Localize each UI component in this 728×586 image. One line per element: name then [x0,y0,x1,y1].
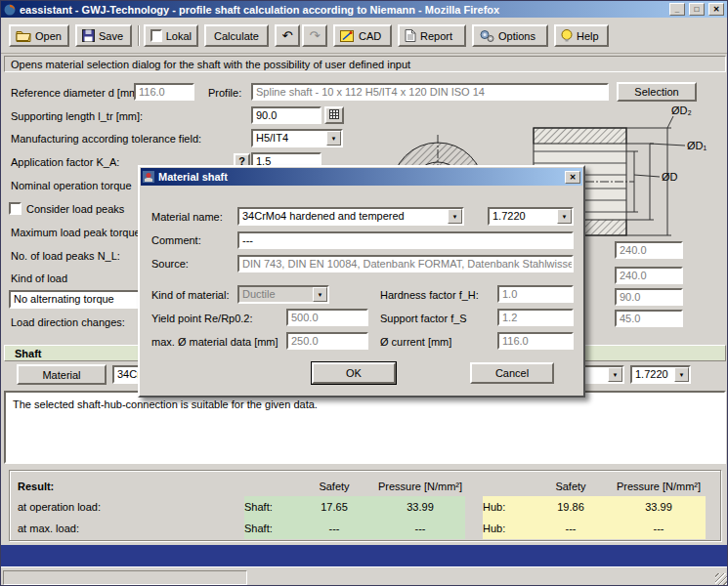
current-diameter-label: Ø current [mm] [380,336,451,349]
open-folder-icon [16,29,31,42]
chevron-down-icon[interactable]: ▼ [674,367,689,382]
shaft-section-title: Shaft [15,348,42,359]
row-label: at operation load: [18,496,244,518]
comment-field[interactable]: --- [237,231,574,249]
max-diameter-field[interactable]: 250.0 [286,332,368,350]
consider-load-peaks-checkbox[interactable] [9,202,21,215]
maximize-button[interactable]: □ [689,3,705,16]
lokal-toggle-button[interactable]: Lokal [144,24,198,47]
material-number-select[interactable]: 1.7220 ▼ [488,207,574,226]
cancel-button[interactable]: Cancel [470,362,554,384]
hardness-factor-label: Hardness factor f_H: [380,289,479,302]
options-button[interactable]: Options [472,24,548,47]
undo-icon: ↶ [282,28,293,43]
calculator-button[interactable] [324,106,344,124]
resize-grip[interactable] [715,573,728,586]
close-button[interactable]: ✕ [708,3,724,16]
open-button[interactable]: Open [9,24,69,47]
chevron-down-icon[interactable]: ▼ [608,367,622,382]
main-toolbar: Open Save Lokal Calculate ↶ ↷ CAD [1,18,728,54]
chevron-down-icon[interactable]: ▼ [326,131,341,146]
reference-diameter-label: Reference diameter d [mm]: [11,87,144,100]
options-label: Options [498,30,535,42]
footer-bar [1,545,728,566]
dialog-titlebar[interactable]: Material shaft ✕ [141,168,582,186]
calculate-button[interactable]: Calculate [204,24,269,47]
diameter-d-label: ØD [662,171,678,183]
firefox-icon [4,4,16,16]
chevron-down-icon[interactable]: ▼ [313,287,327,302]
hardness-factor-field[interactable]: 1.0 [497,285,574,303]
dialog-close-button[interactable]: ✕ [565,171,580,184]
result-header-row: Result: Safety Pressure [N/mm²] Safety P… [18,476,706,497]
source-field[interactable]: DIN 743, DIN EN 10084, Datenbank FORMAT,… [237,255,574,272]
material-button[interactable]: Material [17,364,107,385]
max-diameter-label: max. Ø material data [mm] [151,336,278,349]
tolerance-select[interactable]: H5/IT4 ▼ [251,129,343,147]
status-bar [1,566,728,586]
load-peaks-label: No. of load peaks N_L: [11,250,120,263]
reference-diameter-field[interactable]: 116.0 [134,83,194,101]
profile-label: Profile: [208,87,241,100]
kind-of-load-select[interactable]: No alternating torque ▼ [9,290,159,309]
hub-pressure-value: 33.99 [612,496,706,518]
supporting-length-label: Supporting length l_tr [mm]: [11,110,143,123]
report-document-icon [405,29,416,42]
kind-of-load-value: No alternating torque [11,292,157,306]
yield-point-field[interactable]: 500.0 [286,309,368,326]
lokal-checkbox[interactable] [150,29,162,42]
dialog-title: Material shaft [158,171,561,183]
minimize-button[interactable]: _ [669,3,685,16]
report-button[interactable]: Report [398,24,466,47]
material-shaft-dialog: Material shaft ✕ Material name: 34CrMo4 … [138,165,585,398]
save-button[interactable]: Save [75,24,132,47]
shaft-pressure-header: Pressure [N/mm²] [375,476,465,497]
shaft-pressure-value: --- [375,518,465,539]
hub-safety-value: 19.86 [530,496,612,518]
ok-button[interactable]: OK [312,362,396,384]
status-panel [3,570,247,585]
hub-safety-value: --- [530,518,612,539]
chevron-down-icon[interactable]: ▼ [557,209,572,224]
current-diameter-field[interactable]: 116.0 [497,332,574,350]
message-area[interactable]: The selected shaft-hub-connection is sui… [4,391,726,464]
kind-of-material-select[interactable]: Ductile ▼ [237,285,329,304]
support-factor-field[interactable]: 1.2 [497,309,574,326]
supporting-length-field[interactable]: 90.0 [251,106,321,124]
report-label: Report [420,30,452,42]
undo-button[interactable]: ↶ [275,24,300,47]
cad-drawing-icon [340,29,355,42]
hub-pressure-header: Pressure [N/mm²] [612,476,706,497]
shaft-material-number-select[interactable]: 1.7220 ▼ [630,365,691,384]
save-label: Save [99,30,123,42]
cad-label: CAD [359,30,381,42]
hub-safety-header: Safety [530,476,612,497]
message-text: The selected shaft-hub-connection is sui… [13,398,318,410]
redo-button[interactable]: ↷ [302,24,327,47]
result-row-max: at max. load: Shaft: --- --- Hub: --- --… [18,518,706,539]
result-row-operation: at operation load: Shaft: 17.65 33.99 Hu… [18,496,706,518]
result-panel: Result: Safety Pressure [N/mm²] Safety P… [9,470,721,541]
load-direction-label: Load direction changes: [11,316,125,329]
shaft-cell-label: Shaft: [244,518,293,539]
save-floppy-icon [82,29,95,42]
diameter-d1-label: ØD₁ [687,140,707,151]
source-label: Source: [151,258,189,271]
redo-icon: ↷ [310,28,321,43]
tolerance-label: Manufacturing according tolerance field: [11,133,201,146]
options-gears-icon [479,29,494,42]
shaft-safety-value: 17.65 [293,496,375,518]
consider-load-peaks-label: Consider load peaks [26,203,124,216]
hub-pressure-value: --- [612,518,706,539]
toolbar-separator [138,25,140,46]
open-label: Open [35,30,62,42]
help-button[interactable]: Help [554,24,609,47]
window-titlebar[interactable]: eassistant - GWJ-Technology - profile sh… [1,1,727,18]
cad-button[interactable]: CAD [333,24,392,47]
chevron-down-icon[interactable]: ▼ [448,209,462,224]
material-name-select[interactable]: 34CrMo4 hardened and tempered ▼ [237,207,464,226]
kind-of-material-label: Kind of material: [151,289,229,302]
application-factor-label: Application factor K_A: [11,156,119,169]
application-window: eassistant - GWJ-Technology - profile sh… [0,0,728,586]
diameter-d2-label: ØD₂ [671,105,692,116]
